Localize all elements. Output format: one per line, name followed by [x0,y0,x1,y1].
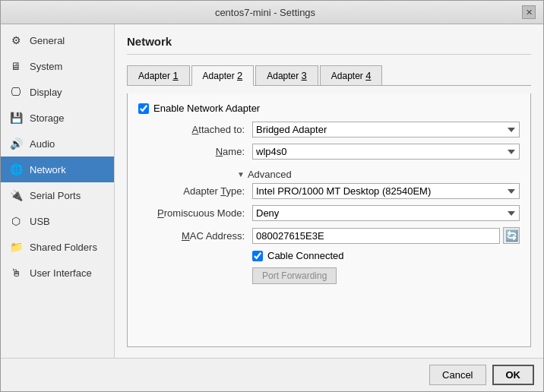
port-forwarding-button[interactable]: Port Forwarding [252,267,337,284]
sidebar-item-shared-folders[interactable]: 📁 Shared Folders [1,234,114,260]
cable-connected-checkbox[interactable] [252,251,263,261]
general-icon: ⚙ [8,33,24,48]
sidebar-label-display: Display [30,87,62,98]
system-icon: 🖥 [8,58,24,74]
storage-icon: 💾 [8,110,24,125]
sidebar-label-usb: USB [30,216,50,227]
advanced-label: Advanced [248,169,292,180]
user-interface-icon: 🖱 [8,265,24,280]
attached-to-label: Attached to: [138,124,252,135]
sidebar-item-general[interactable]: ⚙ General [1,27,114,53]
cable-connected-row: Cable Connected [138,250,520,261]
adapter-type-control: Intel PRO/1000 MT Desktop (82540EM) [252,183,520,199]
adapter-tabs: Adapter 1 Adapter 2 Adapter 3 Adapter 4 [127,65,531,86]
titlebar: centos7-mini - Settings ✕ [1,1,543,24]
settings-window: centos7-mini - Settings ✕ ⚙ General 🖥 Sy… [0,0,544,392]
section-title: Network [127,35,531,55]
shared-folders-icon: 📁 [8,239,24,254]
tab-content: Enable Network Adapter Attached to: Brid… [127,93,531,347]
tab-adapter-1[interactable]: Adapter 1 [127,65,190,85]
main-content: Network Adapter 1 Adapter 2 Adapter 3 Ad… [115,24,543,358]
name-select[interactable]: wlp4s0 [252,144,520,160]
sidebar-item-serial-ports[interactable]: 🔌 Serial Ports [1,182,114,208]
sidebar-label-shared-folders: Shared Folders [30,242,97,253]
sidebar-item-network[interactable]: 🌐 Network [1,156,114,182]
advanced-arrow-icon: ▼ [237,170,245,179]
sidebar-label-serial: Serial Ports [30,190,81,201]
attached-to-control: Bridged Adapter [252,122,520,138]
window-body: ⚙ General 🖥 System 🖵 Display 💾 Storage 🔊… [1,24,543,358]
promiscuous-select[interactable]: Deny [252,205,520,221]
adapter-type-select[interactable]: Intel PRO/1000 MT Desktop (82540EM) [252,183,520,199]
tab-adapter-2[interactable]: Adapter 2 [191,65,255,86]
promiscuous-row: Promiscuous Mode: Deny [138,205,520,221]
cable-connected-label: Cable Connected [267,250,343,261]
tab-adapter-3[interactable]: Adapter 3 [255,65,318,85]
mac-address-row: MAC Address: 🔄 [138,227,520,244]
sidebar-label-system: System [30,61,62,72]
name-control: wlp4s0 [252,144,520,160]
enable-adapter-row: Enable Network Adapter [138,103,520,114]
sidebar-item-user-interface[interactable]: 🖱 User Interface [1,260,114,286]
attached-to-select[interactable]: Bridged Adapter [252,122,520,138]
enable-adapter-label: Enable Network Adapter [153,103,260,114]
sidebar: ⚙ General 🖥 System 🖵 Display 💾 Storage 🔊… [1,24,115,358]
port-forwarding-row: Port Forwarding [138,267,520,284]
sidebar-item-audio[interactable]: 🔊 Audio [1,131,114,156]
adapter-type-label: Adapter Type: [138,185,252,197]
name-label: Name: [138,146,252,157]
sidebar-item-storage[interactable]: 💾 Storage [1,105,114,131]
usb-icon: ⬡ [8,213,24,229]
serial-icon: 🔌 [8,188,24,203]
sidebar-item-usb[interactable]: ⬡ USB [1,208,114,234]
ok-button[interactable]: OK [492,365,535,385]
name-row: Name: wlp4s0 [138,144,520,160]
promiscuous-label: Promiscuous Mode: [138,207,252,219]
network-icon: 🌐 [8,162,24,177]
advanced-toggle[interactable]: ▼ Advanced [138,166,520,183]
enable-adapter-checkbox[interactable] [138,103,149,114]
sidebar-label-audio: Audio [30,138,55,150]
sidebar-item-display[interactable]: 🖵 Display [1,79,114,105]
close-button[interactable]: ✕ [522,5,536,19]
window-title: centos7-mini - Settings [8,7,522,18]
sidebar-label-storage: Storage [30,112,65,124]
tab-adapter-4[interactable]: Adapter 4 [320,65,383,85]
mac-refresh-button[interactable]: 🔄 [503,227,520,244]
mac-input[interactable] [252,228,500,244]
sidebar-label-user-interface: User Interface [30,267,92,279]
audio-icon: 🔊 [8,136,24,151]
sidebar-label-general: General [30,35,65,46]
sidebar-label-network: Network [30,164,66,175]
sidebar-item-system[interactable]: 🖥 System [1,53,114,79]
adapter-type-row: Adapter Type: Intel PRO/1000 MT Desktop … [138,183,520,199]
attached-to-row: Attached to: Bridged Adapter [138,122,520,138]
footer: Cancel OK [1,358,543,391]
display-icon: 🖵 [8,84,24,100]
mac-control: 🔄 [252,227,520,244]
mac-label: MAC Address: [138,230,252,242]
promiscuous-control: Deny [252,205,520,221]
cancel-button[interactable]: Cancel [429,365,485,385]
